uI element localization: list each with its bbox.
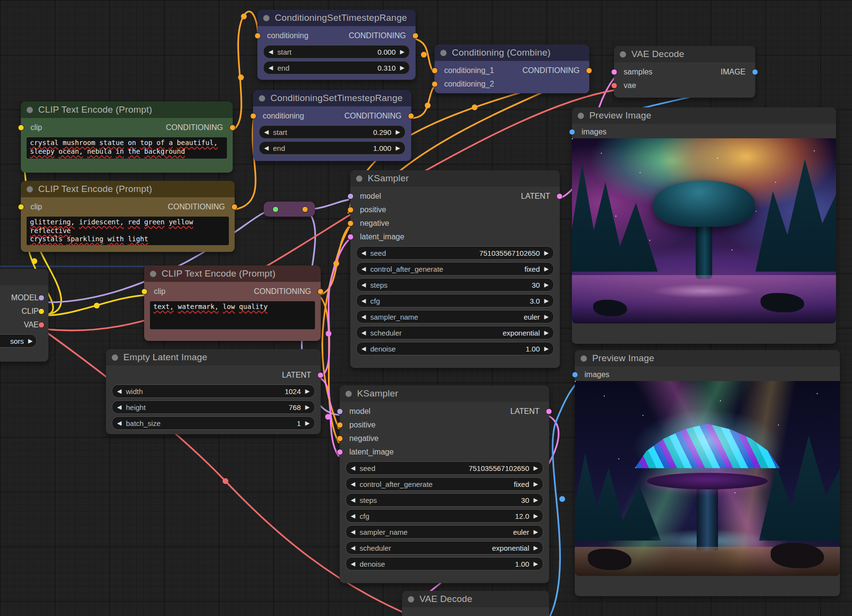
decrement-icon[interactable]: ◀ — [264, 129, 269, 135]
input-slot-negative[interactable] — [337, 436, 343, 442]
collapse-dot-icon[interactable] — [408, 596, 414, 602]
reroute-output-slot[interactable] — [302, 206, 308, 212]
node-vae-decode-bottom[interactable]: VAE Decode — [402, 591, 549, 616]
prompt-textarea[interactable]: glittering, iridescent, red green yellow… — [27, 217, 229, 245]
node-title-bar[interactable]: Preview Image — [572, 107, 836, 124]
decrement-icon[interactable]: ◀ — [361, 345, 366, 352]
widget-seed[interactable]: ◀ seed 751035567102650 ▶ — [356, 246, 554, 260]
widget-steps[interactable]: ◀ steps 30 ▶ — [345, 493, 543, 507]
widget-width[interactable]: ◀ width 1024 ▶ — [112, 384, 315, 398]
output-slot-model[interactable] — [38, 295, 45, 301]
input-slot-samples[interactable] — [611, 69, 617, 75]
decrement-icon[interactable]: ◀ — [351, 560, 355, 567]
collapse-dot-icon[interactable] — [259, 95, 265, 102]
increment-icon[interactable]: ▶ — [400, 64, 404, 71]
widget-sampler-name[interactable]: ◀ sampler_name euler ▶ — [356, 310, 554, 323]
increment-icon[interactable]: ▶ — [400, 48, 404, 55]
increment-icon[interactable]: ▶ — [534, 513, 538, 519]
increment-icon[interactable]: ▶ — [544, 313, 549, 320]
output-slot-latent[interactable] — [556, 193, 563, 200]
widget-denoise[interactable]: ◀ denoise 1.00 ▶ — [356, 342, 554, 355]
output-slot-latent[interactable] — [546, 409, 552, 415]
decrement-icon[interactable]: ◀ — [351, 481, 355, 487]
node-title-bar[interactable]: CLIP Text Encode (Prompt) — [21, 181, 235, 197]
input-slot-latent-image[interactable] — [337, 449, 343, 455]
decrement-icon[interactable]: ◀ — [361, 313, 366, 320]
decrement-icon[interactable]: ◀ — [351, 465, 355, 471]
widget-control-after-generate[interactable]: ◀ control_after_generate fixed ▶ — [345, 477, 543, 491]
decrement-icon[interactable]: ◀ — [361, 297, 366, 304]
increment-icon[interactable]: ▶ — [396, 129, 400, 135]
increment-icon[interactable]: ▶ — [534, 544, 538, 551]
decrement-icon[interactable]: ◀ — [117, 404, 121, 411]
increment-icon[interactable]: ▶ — [544, 249, 549, 256]
input-slot-latent-image[interactable] — [347, 234, 354, 240]
node-title-bar[interactable]: Preview Image — [575, 350, 840, 367]
node-conditioning-combine[interactable]: Conditioning (Combine) conditioning_1 CO… — [434, 44, 589, 93]
input-slot-vae[interactable] — [611, 83, 617, 89]
increment-icon[interactable]: ▶ — [544, 329, 549, 336]
node-checkpoint-loader-partial[interactable]: MODEL CLIP VAE sors ▶ — [0, 269, 48, 362]
collapse-dot-icon[interactable] — [27, 186, 33, 192]
node-title-bar[interactable]: ConditioningSetTimestepRange — [253, 90, 411, 106]
node-title-bar[interactable]: Conditioning (Combine) — [434, 44, 589, 61]
widget-cfg[interactable]: ◀ cfg 12.0 ▶ — [345, 509, 543, 523]
prompt-textarea[interactable]: crystal mushroom statue on top of a beau… — [27, 137, 227, 159]
widget-cfg[interactable]: ◀ cfg 3.0 ▶ — [356, 294, 554, 308]
collapse-dot-icon[interactable] — [581, 355, 587, 362]
increment-icon[interactable]: ▶ — [534, 560, 538, 567]
node-ksampler-1[interactable]: KSampler model LATENT positive negative … — [350, 170, 560, 368]
increment-icon[interactable]: ▶ — [28, 337, 32, 344]
output-slot-conditioning[interactable] — [586, 68, 592, 74]
increment-icon[interactable]: ▶ — [396, 145, 400, 151]
node-empty-latent-image[interactable]: Empty Latent Image LATENT ◀ width 1024 ▶… — [106, 349, 321, 434]
widget-seed[interactable]: ◀ seed 751035567102650 ▶ — [345, 461, 543, 475]
increment-icon[interactable]: ▶ — [534, 528, 538, 535]
output-slot-conditioning[interactable] — [412, 33, 419, 39]
collapse-dot-icon[interactable] — [345, 391, 352, 397]
widget-ckpt-name[interactable]: sors ▶ — [0, 334, 37, 348]
node-vae-decode-top[interactable]: VAE Decode samples IMAGE vae — [614, 46, 755, 98]
decrement-icon[interactable]: ◀ — [361, 281, 366, 288]
widget-denoise[interactable]: ◀ denoise 1.00 ▶ — [345, 557, 543, 571]
input-slot-model[interactable] — [347, 193, 354, 200]
node-graph-canvas[interactable]: ConditioningSetTimestepRange conditionin… — [0, 0, 852, 616]
output-slot-clip[interactable] — [38, 308, 45, 315]
collapse-dot-icon[interactable] — [263, 15, 269, 21]
output-slot-latent[interactable] — [317, 372, 324, 379]
reroute-input-slot[interactable] — [272, 206, 279, 212]
output-slot-image[interactable] — [752, 69, 758, 75]
node-conditioning-set-timestep-range-2[interactable]: ConditioningSetTimestepRange conditionin… — [253, 90, 411, 161]
node-clip-text-encode-negative[interactable]: CLIP Text Encode (Prompt) clip CONDITION… — [144, 265, 321, 341]
node-conditioning-set-timestep-range-1[interactable]: ConditioningSetTimestepRange conditionin… — [257, 10, 416, 80]
collapse-dot-icon[interactable] — [112, 354, 118, 361]
widget-control-after-generate[interactable]: ◀ control_after_generate fixed ▶ — [356, 262, 554, 276]
increment-icon[interactable]: ▶ — [305, 404, 310, 411]
node-ksampler-2[interactable]: KSampler model LATENT positive negative … — [340, 385, 549, 583]
decrement-icon[interactable]: ◀ — [361, 265, 366, 272]
input-slot-images[interactable] — [572, 372, 578, 378]
input-slot-positive[interactable] — [337, 422, 343, 428]
decrement-icon[interactable]: ◀ — [361, 249, 366, 256]
node-title-bar[interactable]: ConditioningSetTimestepRange — [257, 10, 416, 26]
widget-sampler-name[interactable]: ◀ sampler_name euler ▶ — [345, 525, 543, 539]
input-slot-positive[interactable] — [347, 207, 354, 213]
input-slot-clip[interactable] — [18, 204, 24, 210]
widget-start[interactable]: ◀ start 0.290 ▶ — [259, 125, 405, 139]
prompt-textarea[interactable]: text, watermark, low quality — [150, 301, 315, 329]
increment-icon[interactable]: ▶ — [305, 420, 310, 426]
output-slot-conditioning[interactable] — [231, 204, 238, 210]
widget-batch-size[interactable]: ◀ batch_size 1 ▶ — [112, 416, 315, 430]
output-slot-conditioning[interactable] — [317, 289, 324, 295]
node-preview-image-top[interactable]: Preview Image images — [572, 107, 836, 344]
widget-end[interactable]: ◀ end 0.310 ▶ — [263, 61, 410, 74]
decrement-icon[interactable]: ◀ — [117, 388, 121, 395]
collapse-dot-icon[interactable] — [27, 107, 33, 113]
increment-icon[interactable]: ▶ — [305, 388, 310, 395]
widget-scheduler[interactable]: ◀ scheduler exponential ▶ — [356, 326, 554, 339]
increment-icon[interactable]: ▶ — [544, 281, 549, 288]
decrement-icon[interactable]: ◀ — [361, 329, 366, 336]
collapse-dot-icon[interactable] — [620, 51, 626, 58]
decrement-icon[interactable]: ◀ — [269, 48, 273, 55]
node-title-bar[interactable]: CLIP Text Encode (Prompt) — [144, 265, 321, 282]
